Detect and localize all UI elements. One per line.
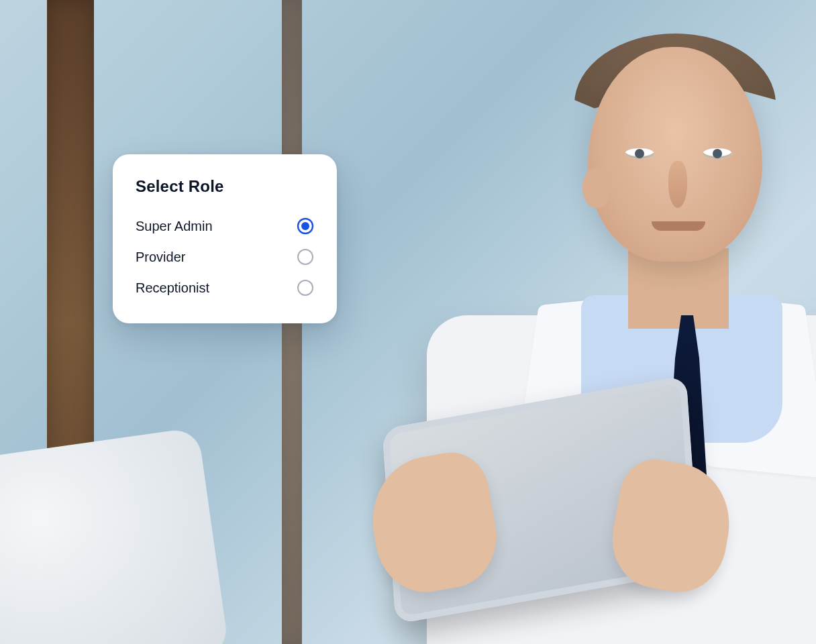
radio-selected-icon [297,217,314,235]
foreground-equipment [0,427,230,644]
svg-point-2 [298,250,313,264]
svg-point-3 [298,280,313,295]
radio-unselected-icon [297,248,314,266]
role-option-label: Receptionist [136,280,209,296]
select-role-title: Select Role [136,177,314,196]
svg-point-1 [301,222,309,230]
role-option-receptionist[interactable]: Receptionist [136,272,314,303]
screenshot-stage: Select Role Super Admin Provider Recepti… [0,0,816,644]
role-option-provider[interactable]: Provider [136,241,314,272]
role-option-label: Provider [136,250,185,265]
radio-unselected-icon [297,279,314,297]
role-option-super-admin[interactable]: Super Admin [136,211,314,241]
select-role-card: Select Role Super Admin Provider Recepti… [113,154,337,323]
role-option-label: Super Admin [136,219,213,234]
